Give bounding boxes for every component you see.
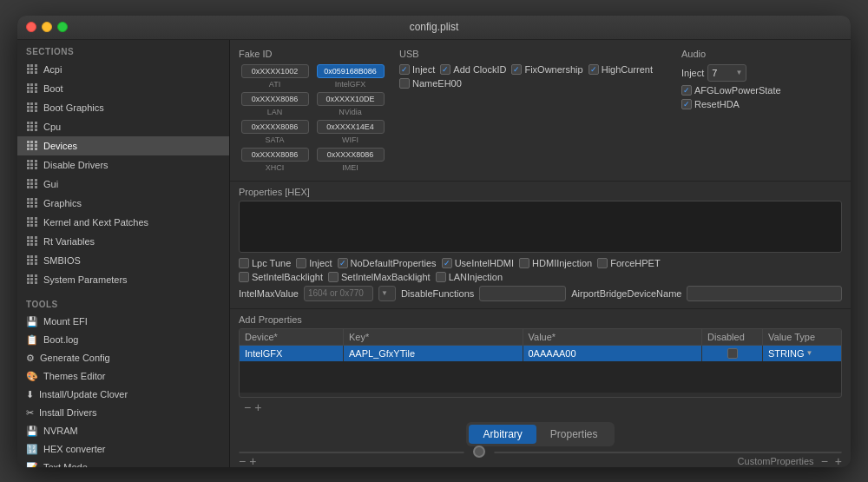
- bottom-remove-button[interactable]: −: [239, 455, 246, 467]
- usb-highcurrent-cb[interactable]: [589, 64, 599, 75]
- audio-inject-select[interactable]: 7 ▼: [707, 64, 746, 82]
- fake-id-wifi-hex[interactable]: 0xXXXX14E4: [317, 120, 385, 134]
- tool-hex-converter[interactable]: 🔢 HEX converter: [17, 440, 229, 459]
- audio-afg-checkbox[interactable]: AFGLowPowerState: [681, 85, 781, 96]
- usb-label: USB: [399, 49, 668, 59]
- close-button[interactable]: [26, 22, 36, 32]
- minimize-button[interactable]: [42, 22, 52, 32]
- inject-cb[interactable]: [296, 258, 306, 268]
- chevron-down-icon: ▼: [381, 289, 388, 297]
- sidebar-item-rt-variables[interactable]: Rt Variables: [17, 232, 229, 251]
- fake-id-intelgfx-hex[interactable]: 0x059168B086: [317, 64, 385, 78]
- force-hpet-cb[interactable]: [597, 258, 608, 268]
- sidebar-item-acpi[interactable]: Acpi: [17, 60, 229, 79]
- set-intel-max-backlight-cb[interactable]: [328, 272, 339, 282]
- usb-nameeh00-checkbox[interactable]: NameEH00: [399, 78, 462, 89]
- no-default-props-checkbox[interactable]: NoDefaultProperties: [338, 258, 437, 268]
- fake-id-ati-hex[interactable]: 0xXXXX1002: [241, 64, 309, 78]
- no-default-props-cb[interactable]: [338, 258, 348, 268]
- grid-icon: [26, 140, 38, 152]
- bottom-footer: − + CustomProperties − +: [239, 455, 842, 467]
- fake-id-xhci-hex[interactable]: 0xXXXX8086: [241, 148, 309, 162]
- usb-clockid-cb[interactable]: [440, 64, 450, 75]
- sidebar-item-system-parameters[interactable]: System Parameters: [17, 270, 229, 289]
- usb-inject-checkbox[interactable]: Inject: [399, 64, 435, 75]
- intel-max-value-input[interactable]: [304, 286, 373, 301]
- hdmi-injection-cb[interactable]: [519, 258, 529, 268]
- custom-props-remove[interactable]: −: [821, 455, 828, 467]
- options-row1: Lpc Tune Inject NoDefaultProperties UseI…: [239, 258, 842, 268]
- audio-label: Audio: [681, 49, 842, 59]
- row-disabled-cb[interactable]: [727, 348, 738, 359]
- table-row[interactable]: IntelGFX AAPL_GfxYTile 0AAAAA00 STRING ▼: [240, 346, 841, 361]
- fake-id-label: Fake ID: [239, 49, 386, 59]
- use-intel-hdmi-checkbox[interactable]: UseIntelHDMI: [442, 258, 514, 268]
- usb-checkboxes-row2: NameEH00: [399, 78, 668, 89]
- lan-injection-checkbox[interactable]: LANInjection: [436, 272, 503, 282]
- props-col-value-type: Value Type: [763, 452, 841, 453]
- grid-icon: [26, 235, 38, 248]
- audio-resethda-checkbox[interactable]: ResetHDA: [681, 99, 740, 109]
- fake-id-lan-hex[interactable]: 0xXXXX8086: [241, 92, 309, 106]
- usb-inject-cb[interactable]: [399, 64, 410, 75]
- fake-id-imei-hex[interactable]: 0xXXXX8086: [317, 148, 385, 162]
- lpc-tune-checkbox[interactable]: Lpc Tune: [239, 258, 291, 268]
- intel-row: IntelMaxValue ▼ DisableFunctions Airport…: [239, 286, 842, 301]
- sidebar-item-cpu[interactable]: Cpu: [17, 117, 229, 136]
- sidebar-item-smbios[interactable]: SMBIOS: [17, 251, 229, 270]
- set-intel-backlight-checkbox[interactable]: SetIntelBacklight: [239, 272, 323, 282]
- custom-props-add[interactable]: +: [835, 455, 842, 467]
- sidebar-item-devices[interactable]: Devices: [17, 136, 229, 155]
- inject-checkbox[interactable]: Inject: [296, 258, 332, 268]
- usb-fixownership-cb[interactable]: [511, 64, 522, 75]
- set-intel-max-backlight-checkbox[interactable]: SetIntelMaxBacklight: [328, 272, 431, 282]
- sidebar-item-kernel-kext-patches[interactable]: Kernel and Kext Patches: [17, 213, 229, 232]
- hdmi-injection-checkbox[interactable]: HDMIInjection: [519, 258, 592, 268]
- remove-row-button[interactable]: +: [254, 401, 261, 413]
- tool-install-drivers[interactable]: ✂ Install Drivers: [17, 404, 229, 422]
- tool-install-clover[interactable]: ⬇ Install/Update Clover: [17, 386, 229, 404]
- tool-nvram[interactable]: 💾 NVRAM: [17, 422, 229, 440]
- log-icon: 📋: [26, 334, 38, 346]
- sidebar-label-smbios: SMBIOS: [43, 255, 81, 266]
- lan-injection-cb[interactable]: [436, 272, 446, 282]
- force-hpet-checkbox[interactable]: ForceHPET: [597, 258, 660, 268]
- sections-header: SECTIONS: [17, 40, 229, 60]
- sidebar-item-boot[interactable]: Boot: [17, 79, 229, 98]
- disable-functions-input[interactable]: [479, 286, 566, 301]
- bottom-add-button[interactable]: +: [249, 455, 256, 467]
- row-disabled: [702, 346, 763, 361]
- usb-clockid-checkbox[interactable]: Add ClockID: [440, 64, 506, 75]
- generate-icon: ⚙: [26, 353, 35, 364]
- col-disabled: Disabled: [702, 329, 763, 345]
- tab-arbitrary[interactable]: Arbitrary: [469, 425, 536, 444]
- usb-highcurrent-checkbox[interactable]: HighCurrent: [589, 64, 653, 75]
- grid-icon: [26, 216, 38, 228]
- fullscreen-button[interactable]: [57, 22, 68, 32]
- sidebar-item-gui[interactable]: Gui: [17, 175, 229, 194]
- intel-max-dropdown[interactable]: ▼: [378, 286, 396, 301]
- usb-fixownership-checkbox[interactable]: FixOwnership: [511, 64, 582, 75]
- fake-id-nvidia-hex[interactable]: 0xXXXX10DE: [317, 92, 385, 106]
- audio-panel: Audio Inject 7 ▼ AFGLowPowerState: [668, 49, 842, 172]
- use-intel-hdmi-cb[interactable]: [442, 258, 452, 268]
- properties-hex-input[interactable]: [239, 201, 842, 253]
- set-intel-backlight-cb[interactable]: [239, 272, 249, 282]
- tool-mount-efi[interactable]: 💾 Mount EFI: [17, 313, 229, 331]
- airport-bridge-input[interactable]: [687, 286, 842, 301]
- fake-id-sata-hex[interactable]: 0xXXXX8086: [241, 120, 309, 134]
- add-row-button[interactable]: −: [244, 401, 251, 413]
- audio-afg-cb[interactable]: [681, 85, 692, 96]
- tool-themes-editor[interactable]: 🎨 Themes Editor: [17, 367, 229, 386]
- sidebar-item-disable-drivers[interactable]: Disable Drivers: [17, 155, 229, 175]
- tool-generate-config[interactable]: ⚙ Generate Config: [17, 349, 229, 367]
- fake-id-lan-name: LAN: [267, 108, 283, 116]
- tool-boot-log[interactable]: 📋 Boot.log: [17, 331, 229, 349]
- audio-resethda-cb[interactable]: [681, 99, 692, 109]
- tool-text-mode[interactable]: 📝 Text Mode: [17, 459, 229, 467]
- usb-nameeh00-cb[interactable]: [399, 78, 410, 89]
- sidebar-item-boot-graphics[interactable]: Boot Graphics: [17, 98, 229, 117]
- sidebar-item-graphics[interactable]: Graphics: [17, 194, 229, 213]
- tab-properties[interactable]: Properties: [536, 425, 612, 444]
- lpc-tune-cb[interactable]: [239, 258, 249, 268]
